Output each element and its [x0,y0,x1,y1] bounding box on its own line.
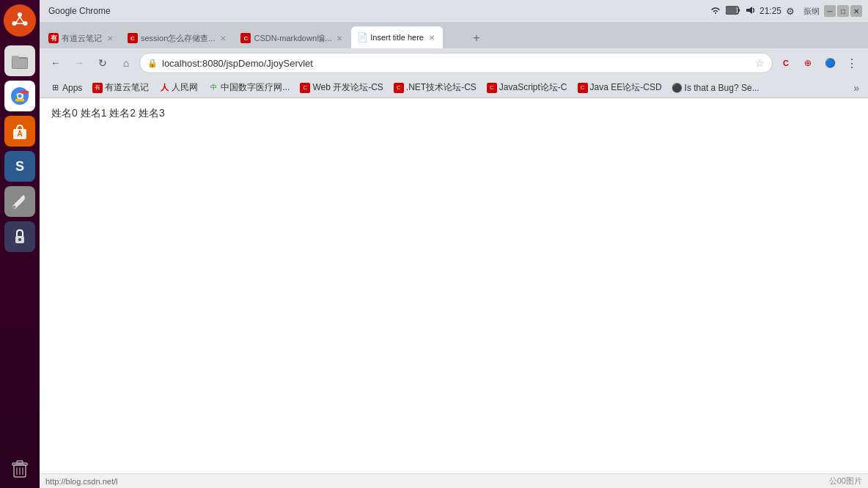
system-tools-icon[interactable] [4,186,35,217]
address-bar[interactable]: 🔒 localhost:8080/jspDemo/JjoyServlet ☆ [139,53,773,73]
new-tab-button[interactable]: + [466,28,487,48]
bookmark-dotnet[interactable]: C .NET技术论坛-CS [389,80,481,95]
bookmark-renmin[interactable]: 人 人民网 [155,80,202,95]
tab-csdn[interactable]: C CSDN-markdown编... ✕ [235,28,350,48]
tab-csdn-close[interactable]: ✕ [334,33,345,43]
ubuntu-icon [10,10,30,31]
java-bm-label: Java EE论坛-CSD [590,81,662,94]
js-bm-label: JavaScript论坛-C [499,81,567,94]
bookmark-youdao[interactable]: 有 有道云笔记 [88,80,153,95]
svg-rect-24 [727,7,737,13]
tab-session-close[interactable]: ✕ [218,33,228,43]
youdao-bm-icon: 有 [92,83,103,93]
youdao-favicon: 有 [48,33,59,43]
svg-rect-6 [12,59,27,68]
battery-icon [726,6,740,16]
home-button[interactable]: ⌂ [116,53,136,73]
tab-session[interactable]: C session怎么存储查... ✕ [122,28,234,48]
maximize-button[interactable]: □ [837,5,849,17]
s-app-icon[interactable]: S [4,151,35,182]
address-lock-icon: 🔒 [147,59,158,68]
trash-icon[interactable] [4,453,35,484]
lock-icon [11,228,29,245]
url-text: localhost:8080/jspDemo/JjoyServlet [162,58,751,69]
reload-button[interactable]: ↻ [92,53,113,73]
svg-point-1 [18,12,22,17]
csdn-extension-icon[interactable]: C [776,53,796,73]
nav-right-icons: C ⊕ 🔵 ⋮ [776,53,862,73]
software-center-icon[interactable]: A [4,116,35,147]
more-bookmarks-button[interactable]: » [850,81,862,95]
wifi-icon [710,6,721,16]
back-button[interactable]: ← [45,53,66,73]
files-icon[interactable] [4,45,35,76]
title-bar: Google Chrome [40,0,868,22]
bag-icon: A [10,122,29,141]
bookmark-apps[interactable]: ⊞ Apps [45,81,87,95]
jiangna-label: 振纲 [803,6,820,17]
rss-extension-icon[interactable]: ⊕ [798,53,818,73]
minimize-button[interactable]: ─ [824,5,836,17]
status-right: 公00图片 [829,476,862,487]
chrome-menu-button[interactable]: ⋮ [842,53,862,73]
tab-youdao[interactable]: 有 有道云笔记 ✕ [43,28,121,48]
github-bm-icon: ⚫ [672,83,683,93]
renmin-bm-label: 人民网 [172,81,198,94]
page-content: 姓名0 姓名1 姓名2 姓名3 [40,98,868,473]
new-tab-area [445,28,466,48]
tab-csdn-label: CSDN-markdown编... [254,33,331,44]
renmin-bm-icon: 人 [159,83,169,93]
github-bm-label: Is that a Bug? Se... [685,83,760,93]
china-bm-label: 中国数字医疗网... [221,81,290,94]
chrome-browser-icon [10,86,30,106]
svg-rect-5 [12,56,19,59]
bookmark-java[interactable]: C Java EE论坛-CSD [573,80,666,95]
svg-point-13 [13,206,16,209]
ubuntu-logo[interactable] [4,4,36,37]
page-favicon: 📄 [357,32,367,42]
tab-youdao-close[interactable]: ✕ [105,33,115,43]
svg-point-15 [18,238,21,241]
folder-icon [10,51,29,70]
web-bm-label: Web 开发论坛-CS [312,81,383,94]
tab-bar: 有 有道云笔记 ✕ C session怎么存储查... ✕ C CSDN-mar… [40,22,868,48]
svg-rect-23 [738,9,740,12]
svg-text:A: A [17,130,22,138]
bookmark-extension-icon[interactable]: 🔵 [820,53,840,73]
volume-icon [745,6,755,16]
bookmark-web-dev[interactable]: C Web 开发论坛-CS [295,80,387,95]
forward-button[interactable]: → [69,53,89,73]
nav-bar: ← → ↻ ⌂ 🔒 localhost:8080/jspDemo/JjoySer… [40,48,868,78]
settings-icon[interactable]: ⚙ [786,6,795,17]
address-icons: ☆ [755,57,765,69]
bookmark-github[interactable]: ⚫ Is that a Bug? Se... [668,81,764,95]
bookmark-star-icon[interactable]: ☆ [755,57,765,69]
system-tray: 21:25 ⚙ [710,6,795,17]
keyring-icon[interactable] [4,221,35,252]
window-title: Google Chrome [45,6,707,16]
tab-session-label: session怎么存储查... [141,33,215,44]
dotnet-bm-icon: C [394,83,404,93]
bookmark-js[interactable]: C JavaScript论坛-C [482,80,572,95]
clock: 21:25 [760,6,781,16]
java-bm-icon: C [578,83,588,93]
bookmark-china[interactable]: 中 中国数字医疗网... [204,80,294,95]
svg-marker-25 [746,7,752,14]
status-bar: http://blog.csdn.net/l 公00图片 [40,473,868,488]
close-button[interactable]: ✕ [850,5,862,17]
chrome-icon[interactable] [4,81,35,111]
page-text: 姓名0 姓名1 姓名2 姓名3 [51,107,165,119]
status-url: http://blog.csdn.net/l [45,477,829,486]
apps-bm-label: Apps [62,83,82,93]
chrome-window: Google Chrome [40,0,868,488]
youdao-bm-label: 有道云笔记 [105,81,149,94]
bookmarks-bar: ⊞ Apps 有 有道云笔记 人 人民网 中 中国数字医疗网... C Web … [40,78,868,98]
tab-insert-title[interactable]: 📄 Insert title here ✕ [351,26,443,48]
s-label: S [15,159,24,174]
js-bm-icon: C [487,83,497,93]
tab-insert-title-close[interactable]: ✕ [427,32,437,42]
taskbar: A S [0,0,40,488]
svg-point-10 [18,95,22,98]
svg-rect-18 [17,461,23,463]
status-right-text: 公00图片 [829,476,862,487]
